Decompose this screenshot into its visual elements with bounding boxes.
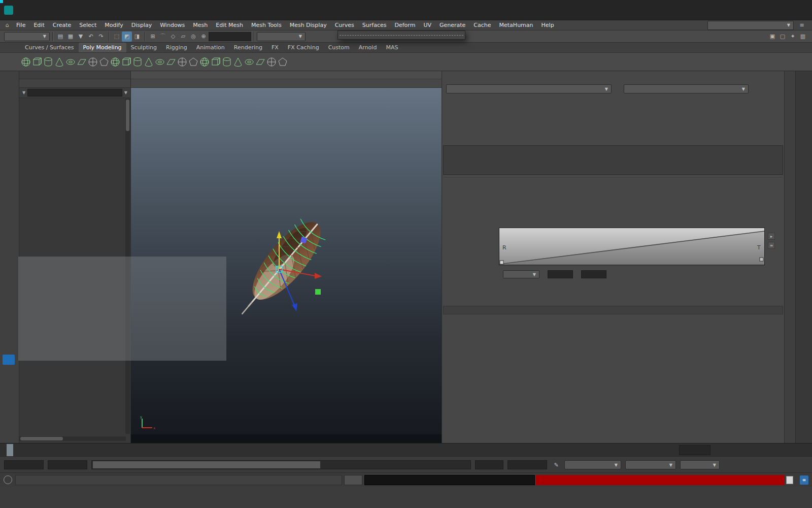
shelf-poly-plane-icon[interactable]	[76, 56, 87, 68]
mel-toggle-button[interactable]	[344, 475, 362, 485]
shelf-quad-draw-icon[interactable]	[165, 56, 177, 68]
script-editor-icon[interactable]: ≡	[800, 475, 808, 485]
shelf-poly-helix-icon[interactable]	[121, 56, 132, 68]
menubar-item-generate[interactable]: Generate	[435, 20, 469, 30]
shelf-extrude-icon[interactable]	[221, 56, 232, 68]
animation-end-field[interactable]	[475, 460, 503, 469]
menubar-item-help[interactable]: Help	[537, 20, 558, 30]
menu-tearoff[interactable]	[340, 32, 463, 36]
snap-to-grid-icon[interactable]: ⊞	[148, 31, 158, 42]
time-slider[interactable]	[0, 443, 812, 456]
playback-start-field[interactable]	[4, 460, 44, 469]
home-icon[interactable]: ⌂	[2, 20, 12, 30]
undo-icon[interactable]: ↶	[86, 31, 96, 42]
collection-selector[interactable]: ▼	[446, 84, 612, 93]
anim-layer-selector[interactable]: ▼	[625, 460, 676, 469]
search-options-icon[interactable]: ▼	[124, 90, 127, 95]
menubar-item-modify[interactable]: Modify	[100, 20, 127, 30]
snap-to-plane-icon[interactable]: ▱	[178, 31, 188, 42]
shelf-bridge-icon[interactable]	[210, 56, 221, 68]
menubar-item-deform[interactable]: Deform	[390, 20, 419, 30]
shelf-bevel-icon[interactable]	[199, 56, 210, 68]
ramp-value-field[interactable]	[548, 270, 573, 278]
toggle-panels-icon[interactable]: ▥	[798, 31, 808, 42]
shelf-tab-arnold[interactable]: Arnold	[354, 43, 382, 52]
shelf-spin-edge-icon[interactable]	[277, 56, 288, 68]
shelf-tab-custom[interactable]: Custom	[324, 43, 354, 52]
shelf-poly-pipe-icon[interactable]	[110, 56, 121, 68]
select-by-object-icon[interactable]: ◩	[122, 31, 132, 42]
save-scene-icon[interactable]: ▼	[76, 31, 86, 42]
outliner-search-input[interactable]	[27, 89, 122, 97]
menubar-item-display[interactable]: Display	[127, 20, 156, 30]
playback-end-field[interactable]	[507, 460, 547, 469]
maximize-button[interactable]	[769, 4, 789, 16]
shelf-crease-icon[interactable]	[266, 56, 277, 68]
mel-command-input[interactable]	[364, 475, 535, 485]
menubar-item-curves[interactable]: Curves	[331, 20, 358, 30]
workspace-selector[interactable]: ▼	[707, 21, 794, 30]
feather-model[interactable]	[211, 201, 363, 328]
options-section-header[interactable]	[443, 306, 783, 314]
range-slider[interactable]	[91, 460, 471, 469]
shelf-tab-poly-modeling[interactable]: Poly Modeling	[79, 43, 126, 52]
open-scene-icon[interactable]: ▦	[65, 31, 76, 42]
current-frame-marker[interactable]	[7, 444, 13, 456]
ipr-render-icon[interactable]: ▢	[777, 31, 788, 42]
redo-icon[interactable]: ↷	[96, 31, 106, 42]
menu-set-selector[interactable]: ▼	[4, 32, 50, 41]
shelf-target-weld-icon[interactable]	[188, 56, 199, 68]
character-set-selector[interactable]: ▼	[564, 460, 621, 469]
render-view-icon[interactable]: ▣	[767, 31, 777, 42]
new-scene-icon[interactable]: ▤	[55, 31, 65, 42]
live-surface-field[interactable]	[209, 32, 251, 41]
menubar-item-file[interactable]: File	[12, 20, 29, 30]
shelf-sculpt-tool-icon[interactable]	[154, 56, 165, 68]
shelf-tab-rigging[interactable]: Rigging	[161, 43, 192, 52]
magnitude-scale-ramp[interactable]: R T	[499, 228, 765, 265]
workspace-settings-icon[interactable]: ≡	[797, 20, 807, 30]
shelf-smooth-icon[interactable]	[232, 56, 244, 68]
minimize-button[interactable]	[750, 4, 769, 16]
menubar-item-cache[interactable]: Cache	[469, 20, 495, 30]
shelf-boolean-icon[interactable]	[244, 56, 255, 68]
shelf-tab-sculpting[interactable]: Sculpting	[126, 43, 161, 52]
menubar-item-metahuman[interactable]: MetaHuman	[495, 20, 537, 30]
shelf-poly-cylinder-icon[interactable]	[43, 56, 54, 68]
ramp-options-icon[interactable]: ≡	[768, 242, 775, 249]
shelf-poly-sphere-icon[interactable]	[20, 56, 31, 68]
shelf-tab-mas[interactable]: MAS	[381, 43, 402, 52]
menubar-item-create[interactable]: Create	[49, 20, 76, 30]
character-set-edit-icon[interactable]: ✎	[551, 460, 561, 470]
shelf-tab-fx-caching[interactable]: FX Caching	[283, 43, 324, 52]
snap-to-curve-icon[interactable]: ⌒	[158, 31, 168, 42]
shelf-tab-curves-surfaces[interactable]: Curves / Surfaces	[20, 43, 79, 52]
menubar-item-uv[interactable]: UV	[419, 20, 435, 30]
shelf-poly-torus-icon[interactable]	[65, 56, 76, 68]
shelf-poly-cube-icon[interactable]	[31, 56, 43, 68]
symmetry-selector[interactable]: ▼	[257, 32, 306, 41]
close-button[interactable]	[789, 4, 808, 16]
menubar-item-edit[interactable]: Edit	[29, 20, 48, 30]
filter-icon[interactable]: ▼	[22, 90, 25, 95]
snap-to-point-icon[interactable]: ◇	[168, 31, 178, 42]
make-live-icon[interactable]: ◎	[188, 31, 198, 42]
shelf-tab-rendering[interactable]: Rendering	[229, 43, 267, 52]
fps-selector[interactable]: ▼	[680, 460, 720, 469]
menubar-item-mesh[interactable]: Mesh	[189, 20, 212, 30]
shelf-poly-gear-icon[interactable]	[132, 56, 143, 68]
ramp-position-field[interactable]	[581, 270, 606, 278]
menubar-item-surfaces[interactable]: Surfaces	[358, 20, 391, 30]
help-icon[interactable]	[4, 475, 12, 484]
select-by-component-icon[interactable]: ◨	[132, 31, 142, 42]
shelf-mirror-icon[interactable]	[255, 56, 266, 68]
shelf-tab-animation[interactable]: Animation	[192, 43, 229, 52]
snap-together-icon[interactable]: ⊕	[198, 31, 209, 42]
menubar-item-edit-mesh[interactable]: Edit Mesh	[212, 20, 247, 30]
description-selector[interactable]: ▼	[624, 84, 749, 93]
shelf-tab-fx[interactable]: FX	[267, 43, 283, 52]
animation-start-field[interactable]	[48, 460, 87, 469]
menubar-item-windows[interactable]: Windows	[156, 20, 189, 30]
shelf-poly-disc-icon[interactable]	[87, 56, 98, 68]
select-by-hierarchy-icon[interactable]: ⬚	[112, 31, 122, 42]
